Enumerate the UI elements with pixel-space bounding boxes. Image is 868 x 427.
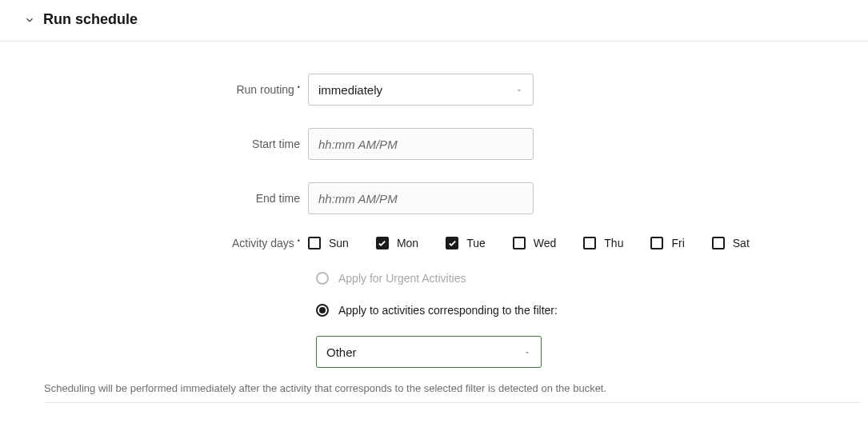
checkbox-tue[interactable] xyxy=(446,237,458,249)
day-label: Thu xyxy=(604,237,623,249)
run-schedule-form: Run routing immediately Start time hh:mm… xyxy=(0,42,868,403)
run-routing-value: immediately xyxy=(318,83,382,97)
end-time-row: End time hh:mm AM/PM xyxy=(0,182,868,214)
end-time-input[interactable]: hh:mm AM/PM xyxy=(308,182,534,214)
chevron-down-icon xyxy=(24,14,35,26)
day-label: Wed xyxy=(534,237,557,249)
day-sat[interactable]: Sat xyxy=(712,237,750,249)
day-label: Mon xyxy=(397,237,418,249)
urgent-radio-label: Apply for Urgent Activities xyxy=(338,272,466,285)
day-label: Sun xyxy=(329,237,349,249)
checkbox-fri[interactable] xyxy=(650,237,663,249)
day-sun[interactable]: Sun xyxy=(308,237,349,249)
day-label: Sat xyxy=(733,237,750,249)
checkbox-thu[interactable] xyxy=(583,237,596,249)
end-time-label: End time xyxy=(0,192,308,205)
filter-radio[interactable] xyxy=(316,304,329,317)
start-time-label: Start time xyxy=(0,138,308,150)
start-time-input[interactable]: hh:mm AM/PM xyxy=(308,128,534,160)
day-label: Fri xyxy=(671,237,684,249)
filter-select-value: Other xyxy=(326,345,357,359)
run-routing-select[interactable]: immediately xyxy=(308,74,534,106)
start-time-row: Start time hh:mm AM/PM xyxy=(0,128,868,160)
checkbox-sat[interactable] xyxy=(712,237,725,249)
checkbox-mon[interactable] xyxy=(376,237,389,249)
filter-select-wrap: Other xyxy=(316,336,868,368)
run-routing-row: Run routing immediately xyxy=(0,74,868,106)
day-thu[interactable]: Thu xyxy=(583,237,623,249)
urgent-radio-row[interactable]: Apply for Urgent Activities xyxy=(316,272,868,285)
help-text: Scheduling will be performed immediately… xyxy=(44,382,860,403)
day-fri[interactable]: Fri xyxy=(650,237,684,249)
section-title: Run schedule xyxy=(43,11,138,28)
filter-radio-row[interactable]: Apply to activities corresponding to the… xyxy=(316,304,868,317)
day-tue[interactable]: Tue xyxy=(446,237,486,249)
days-container: SunMonTueWedThuFriSat xyxy=(308,237,750,249)
filter-select[interactable]: Other xyxy=(316,336,542,368)
day-wed[interactable]: Wed xyxy=(513,237,557,249)
start-time-placeholder: hh:mm AM/PM xyxy=(318,138,398,151)
run-routing-label: Run routing xyxy=(0,83,308,96)
section-header[interactable]: Run schedule xyxy=(0,8,868,42)
day-label: Tue xyxy=(466,237,486,249)
day-mon[interactable]: Mon xyxy=(376,237,418,249)
activity-days-row: Activity days SunMonTueWedThuFriSat xyxy=(0,237,868,249)
end-time-placeholder: hh:mm AM/PM xyxy=(318,192,398,206)
checkbox-wed[interactable] xyxy=(513,237,526,249)
activity-days-label: Activity days xyxy=(0,237,308,249)
caret-down-icon xyxy=(523,345,531,359)
caret-down-icon xyxy=(515,83,523,97)
filter-radio-label: Apply to activities corresponding to the… xyxy=(338,304,558,317)
urgent-radio[interactable] xyxy=(316,272,329,285)
checkbox-sun[interactable] xyxy=(308,237,321,249)
